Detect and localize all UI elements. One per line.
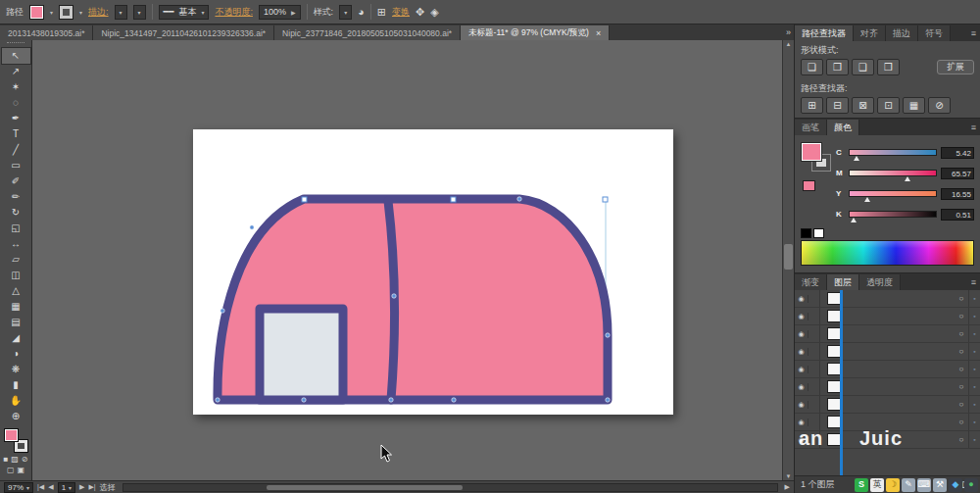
column-graph-tool[interactable]: ▮ bbox=[2, 377, 30, 393]
pathfinder-outline-button[interactable]: ▦ bbox=[903, 97, 925, 114]
pen-tool[interactable]: ✒ bbox=[2, 111, 30, 126]
layer-target-icon[interactable]: ○ bbox=[955, 418, 968, 426]
layer-target-icon[interactable]: ○ bbox=[955, 365, 968, 373]
scroll-right-icon[interactable]: ▶ bbox=[785, 483, 790, 491]
zoom-tool[interactable]: ⊕ bbox=[2, 409, 30, 424]
arrange-icon[interactable]: ✥ bbox=[416, 6, 424, 19]
anchor-point[interactable] bbox=[517, 197, 521, 201]
line-tool[interactable]: ╱ bbox=[2, 142, 30, 158]
black-value[interactable]: 0.51 bbox=[941, 209, 974, 221]
input-mode-icon[interactable]: 英 bbox=[870, 478, 884, 492]
perspective-grid-tool[interactable]: △ bbox=[2, 283, 30, 299]
visibility-eye-icon[interactable]: ◉ bbox=[795, 348, 808, 356]
anchor-point[interactable] bbox=[220, 309, 224, 313]
prev-artboard-button[interactable]: ◀ bbox=[48, 483, 53, 491]
layer-row[interactable]: ◉○◦ bbox=[795, 361, 980, 378]
toolbox-icon[interactable]: ⚒ bbox=[933, 478, 947, 492]
fill-swatch[interactable] bbox=[4, 428, 19, 442]
style-dropdown[interactable]: ▾ bbox=[339, 5, 352, 20]
cyan-value[interactable]: 5.42 bbox=[941, 147, 974, 159]
align-options-icon[interactable]: ⊞ bbox=[377, 6, 386, 19]
document-tab-2[interactable]: Nipic_1341497_20110426101239326336.ai* bbox=[93, 25, 274, 40]
symbol-sprayer-tool[interactable]: ❋ bbox=[2, 362, 30, 377]
visibility-eye-icon[interactable]: ◉ bbox=[795, 401, 808, 409]
panel-menu-icon[interactable]: ≡ bbox=[971, 277, 976, 287]
shape-builder-tool[interactable]: ◫ bbox=[2, 268, 30, 283]
pencil-tool[interactable]: ✏ bbox=[2, 189, 30, 205]
stroke-color-swatch[interactable] bbox=[59, 5, 74, 20]
slider-handle[interactable] bbox=[851, 218, 857, 222]
layer-select-cell[interactable]: ◦ bbox=[968, 325, 980, 342]
tab-stroke[interactable]: 描边 bbox=[886, 25, 918, 41]
house-illustration[interactable] bbox=[193, 129, 673, 415]
magenta-slider[interactable] bbox=[849, 170, 937, 176]
horizontal-scroll-thumb[interactable] bbox=[267, 485, 463, 490]
tab-overflow-icon[interactable]: » bbox=[786, 27, 791, 37]
isolate-icon[interactable]: ◈ bbox=[430, 6, 438, 19]
fill-stroke-widget[interactable] bbox=[3, 427, 28, 453]
brush-definition-dropdown[interactable]: ▾ bbox=[133, 5, 146, 20]
keyboard-icon[interactable]: ⌨ bbox=[917, 478, 931, 492]
pathfinder-crop-button[interactable]: ⊡ bbox=[877, 97, 900, 114]
document-tab-3[interactable]: Nipic_23771846_20180505105031040080.ai* bbox=[274, 25, 461, 40]
lock-cell[interactable] bbox=[808, 290, 820, 307]
layer-select-cell[interactable]: ◦ bbox=[968, 414, 980, 430]
vertical-scroll-thumb[interactable] bbox=[784, 244, 793, 270]
selection-tool[interactable]: ↖ bbox=[2, 48, 30, 64]
door-shape[interactable] bbox=[260, 309, 343, 400]
slider-handle[interactable] bbox=[864, 197, 870, 202]
stroke-weight-dropdown[interactable]: ▾ bbox=[115, 5, 127, 20]
magic-wand-tool[interactable]: ✶ bbox=[2, 79, 30, 95]
tab-transparency[interactable]: 透明度 bbox=[859, 274, 901, 290]
lock-cell[interactable] bbox=[808, 325, 820, 342]
yellow-value[interactable]: 16.55 bbox=[941, 188, 974, 200]
artboard-number-dropdown[interactable]: 1 ▾ bbox=[58, 482, 75, 493]
panel-menu-icon[interactable]: ≡ bbox=[971, 28, 976, 38]
rotate-tool[interactable]: ↻ bbox=[2, 205, 30, 221]
layer-target-icon[interactable]: ○ bbox=[955, 400, 968, 409]
layer-select-cell[interactable]: ◦ bbox=[968, 396, 980, 413]
pathfinder-trim-button[interactable]: ⊟ bbox=[826, 97, 849, 114]
recolor-artwork-icon[interactable]: ◕ bbox=[358, 6, 365, 18]
pathfinder-exclude-button[interactable]: ❒ bbox=[877, 59, 900, 75]
black-slider[interactable] bbox=[849, 211, 937, 218]
magenta-value[interactable]: 65.57 bbox=[941, 168, 974, 179]
direct-selection-tool[interactable]: ↗ bbox=[2, 64, 30, 79]
layer-row[interactable]: ◉○◦ bbox=[795, 378, 980, 396]
visibility-eye-icon[interactable]: ◉ bbox=[795, 295, 808, 303]
stroke-weight-link[interactable]: 描边: bbox=[88, 6, 109, 19]
horizontal-scrollbar[interactable] bbox=[122, 483, 778, 492]
anchor-point[interactable] bbox=[389, 398, 393, 402]
anchor-point[interactable] bbox=[392, 294, 396, 298]
visibility-eye-icon[interactable]: ◉ bbox=[795, 330, 808, 338]
opacity-link[interactable]: 不透明度: bbox=[215, 6, 253, 19]
visibility-eye-icon[interactable]: ◉ bbox=[795, 383, 808, 391]
canvas[interactable]: ▲ ▼ bbox=[32, 40, 794, 480]
layer-row[interactable]: ◉○◦ bbox=[795, 308, 980, 325]
anchor-point[interactable] bbox=[606, 333, 610, 337]
pathfinder-intersect-button[interactable]: ❑ bbox=[852, 59, 874, 75]
anchor-point[interactable] bbox=[606, 398, 610, 402]
scroll-down-icon[interactable]: ▼ bbox=[783, 473, 794, 479]
last-color-chip[interactable] bbox=[803, 180, 815, 191]
scale-tool[interactable]: ◱ bbox=[2, 221, 30, 236]
moon-icon[interactable]: ☽ bbox=[886, 478, 900, 492]
layer-row[interactable]: ◉○◦ bbox=[795, 325, 980, 343]
pathfinder-divide-button[interactable]: ⊞ bbox=[801, 97, 823, 114]
layer-target-icon[interactable]: ○ bbox=[955, 347, 968, 356]
lasso-tool[interactable]: ◌ bbox=[2, 95, 30, 111]
anchor-handle[interactable] bbox=[451, 197, 456, 202]
next-artboard-button[interactable]: ▶ bbox=[79, 483, 84, 491]
gradient-mode-icon[interactable]: ▨ bbox=[11, 455, 19, 464]
slider-handle[interactable] bbox=[854, 156, 859, 161]
pathfinder-merge-button[interactable]: ⊠ bbox=[852, 97, 874, 114]
width-tool[interactable]: ↔ bbox=[2, 236, 30, 252]
black-swatch[interactable] bbox=[801, 228, 811, 238]
tray-icon-green[interactable]: ● bbox=[964, 478, 978, 492]
scroll-up-icon[interactable]: ▲ bbox=[783, 41, 794, 47]
anchor-point[interactable] bbox=[250, 225, 254, 229]
layer-target-icon[interactable]: ○ bbox=[955, 294, 968, 303]
anchor-handle[interactable] bbox=[603, 197, 608, 202]
anchor-point[interactable] bbox=[302, 398, 306, 402]
opacity-dropdown[interactable]: 100% ▶ bbox=[259, 5, 301, 20]
